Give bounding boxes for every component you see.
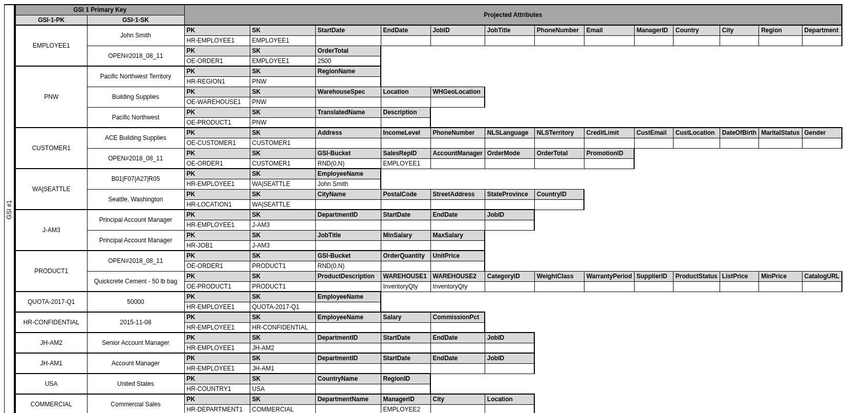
attr-header: PK — [184, 128, 250, 138]
attr-header: MaritalStatus — [759, 128, 802, 138]
attr-value — [315, 302, 381, 312]
attr-header: SK — [250, 353, 315, 363]
attr-value — [315, 97, 381, 107]
attr-header: JobID — [430, 25, 485, 35]
attr-header: Gender — [802, 128, 842, 138]
attr-header: ManagerID — [634, 25, 673, 35]
attr-value: WA|SEATTLE — [250, 199, 315, 210]
attr-value — [485, 281, 534, 292]
sk-cell: United States — [87, 374, 184, 394]
attr-value — [534, 35, 584, 46]
pk-cell: HR-CONFIDENTIAL — [15, 312, 87, 333]
attr-value — [534, 158, 584, 169]
pk-cell: J-AM3 — [15, 210, 87, 251]
attr-value: InventoryQty — [430, 281, 485, 292]
attr-value: 2500 — [315, 56, 381, 66]
sk-cell: 50000 — [87, 292, 184, 312]
attr-header: TranslatedName — [315, 107, 381, 117]
attr-value — [673, 35, 720, 46]
attr-header: PostalCode — [381, 189, 430, 199]
attr-value: EMPLOYEE2 — [381, 404, 430, 413]
attr-header: CreditLimit — [584, 128, 634, 138]
attr-value — [381, 199, 430, 210]
attr-header: ManagerID — [381, 394, 430, 404]
attr-header: DepartmentID — [315, 353, 381, 363]
attr-value — [315, 240, 381, 251]
attr-header: PK — [184, 394, 250, 404]
sk-cell: B01|F07|A27|R05 — [87, 169, 184, 189]
attr-value — [673, 138, 720, 148]
sk-cell: Principal Account Manager — [87, 210, 184, 230]
attr-header: EmployeeName — [315, 169, 381, 179]
gsi-label: GSI #1 — [4, 4, 15, 413]
attr-header: StartDate — [381, 333, 430, 343]
attr-header: GSI-Bucket — [315, 251, 381, 261]
attr-value — [720, 35, 758, 46]
attr-header: Location — [485, 394, 534, 404]
attr-value: EMPLOYEE1 — [250, 35, 315, 46]
attr-header: SK — [250, 394, 315, 404]
attr-header: StartDate — [315, 25, 381, 35]
attr-value — [315, 363, 381, 374]
attr-value — [485, 35, 534, 46]
attr-value: PRODUCT1 — [250, 261, 315, 271]
attr-header: NLSLanguage — [485, 128, 534, 138]
attr-value — [720, 281, 758, 292]
attr-header: WarrantyPeriod — [584, 271, 634, 281]
attr-header: City — [720, 25, 758, 35]
attr-value — [584, 158, 634, 169]
attr-header: DepartmentName — [315, 394, 381, 404]
attr-value — [802, 138, 842, 148]
attr-value — [381, 343, 430, 353]
pk-cell: COMMERCIAL — [15, 394, 87, 413]
attr-header: JobTitle — [485, 25, 534, 35]
attr-value: WA|SEATTLE — [250, 179, 315, 189]
attr-value — [381, 35, 430, 46]
attr-value: J-AM3 — [250, 220, 315, 230]
attr-value — [485, 220, 534, 230]
attr-value — [430, 322, 485, 333]
attr-header: Description — [381, 107, 430, 117]
attr-header: PhoneNumber — [430, 128, 485, 138]
attr-header: ProductDescription — [315, 271, 381, 281]
pk-cell: WA|SEATTLE — [15, 169, 87, 210]
attr-header: CustEmail — [634, 128, 673, 138]
attr-value: OE-WAREHOUSE1 — [184, 97, 250, 107]
attr-value: PNW — [250, 97, 315, 107]
attr-header: PK — [184, 25, 250, 35]
attr-header: MinSalary — [381, 230, 430, 240]
attr-value: COMMERCIAL — [250, 404, 315, 413]
attr-header: Department — [802, 25, 842, 35]
attr-header: PK — [184, 46, 250, 56]
attr-value: OE-ORDER1 — [184, 56, 250, 66]
attr-value — [430, 363, 485, 374]
attr-value: USA — [250, 384, 315, 394]
attr-value: HR-EMPLOYEE1 — [184, 179, 250, 189]
attr-header: SK — [250, 128, 315, 138]
attr-value — [584, 138, 634, 148]
attr-value — [430, 35, 485, 46]
attr-value — [634, 281, 673, 292]
attr-header: PK — [184, 189, 250, 199]
attr-value — [430, 261, 485, 271]
attr-header: SK — [250, 210, 315, 220]
sk-cell: Pacific Northwest Territory — [87, 66, 184, 87]
attr-header: CatalogURL — [802, 271, 842, 281]
gsi-table: GSI 1 Primary KeyProjected AttributesGSI… — [15, 4, 842, 413]
sk-cell: 2015-11-08 — [87, 312, 184, 333]
attr-value — [485, 363, 534, 374]
attr-header: JobID — [485, 210, 534, 220]
attr-header: Salary — [381, 312, 430, 322]
attr-header: JobID — [485, 353, 534, 363]
sk-cell: ACE Building Supplies — [87, 128, 184, 148]
attr-value: HR-LOCATION1 — [184, 199, 250, 210]
attr-header: EndDate — [430, 210, 485, 220]
attr-header: Location — [381, 87, 430, 97]
attr-header: StartDate — [381, 353, 430, 363]
attr-value — [673, 281, 720, 292]
attr-value — [315, 199, 381, 210]
attr-value — [430, 404, 485, 413]
pk-cell: CUSTOMER1 — [15, 128, 87, 169]
attr-value — [315, 35, 381, 46]
attr-value — [381, 240, 430, 251]
